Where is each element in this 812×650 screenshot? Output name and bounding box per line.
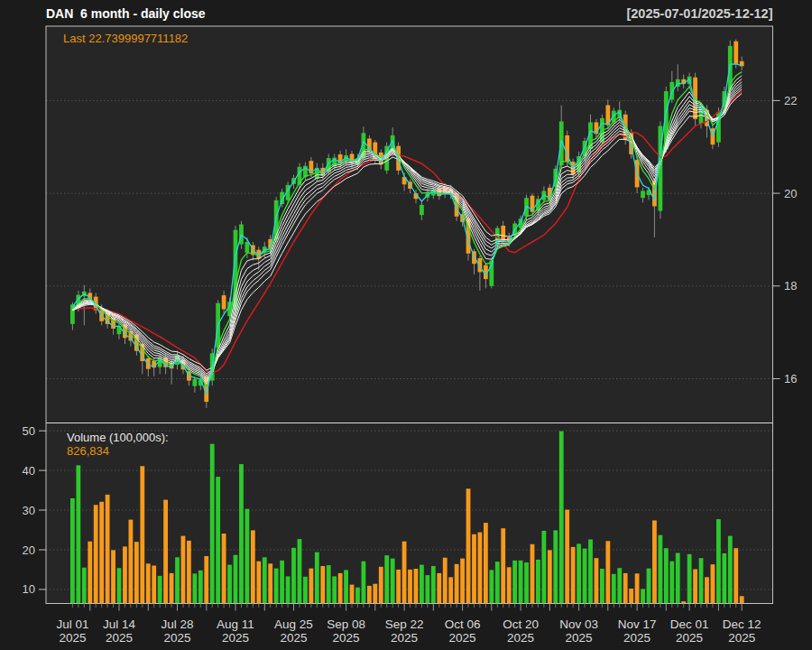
svg-text:Oct 20: Oct 20 [503,618,539,631]
svg-text:2025: 2025 [106,631,133,645]
svg-text:Last 22.7399997711182: Last 22.7399997711182 [63,32,188,45]
svg-text:Volume (100,000s):: Volume (100,000s): [67,431,169,444]
svg-text:[2025-07-01/2025-12-12]: [2025-07-01/2025-12-12] [626,6,772,21]
svg-text:Aug 25: Aug 25 [274,618,313,631]
svg-text:Jul 14: Jul 14 [103,618,136,631]
svg-text:Aug 11: Aug 11 [217,618,254,631]
svg-text:2025: 2025 [333,631,360,645]
svg-text:Dec 01: Dec 01 [670,618,709,631]
svg-text:Oct 06: Oct 06 [445,618,481,631]
svg-text:DAN 6 month - daily close: DAN 6 month - daily close [46,6,206,21]
svg-text:2025: 2025 [566,631,593,645]
svg-text:2025: 2025 [391,631,418,645]
svg-text:50: 50 [23,424,35,438]
svg-text:2025: 2025 [676,631,703,645]
svg-text:2025: 2025 [507,631,534,645]
svg-text:2025: 2025 [449,631,476,645]
svg-text:16: 16 [784,372,797,385]
svg-text:2025: 2025 [59,631,86,645]
svg-text:10: 10 [23,582,35,596]
svg-text:2025: 2025 [280,631,307,645]
svg-text:Sep 08: Sep 08 [327,618,365,631]
svg-text:22: 22 [784,94,797,107]
svg-text:20: 20 [784,187,797,200]
svg-text:30: 30 [23,504,35,517]
svg-text:Nov 17: Nov 17 [618,618,657,631]
svg-text:20: 20 [23,543,35,557]
svg-text:2025: 2025 [222,631,249,645]
svg-text:40: 40 [23,464,35,478]
svg-text:2025: 2025 [163,631,190,645]
svg-text:Jul 01: Jul 01 [56,618,88,631]
svg-text:18: 18 [784,279,797,292]
svg-text:826,834: 826,834 [67,444,109,458]
svg-text:Nov 03: Nov 03 [559,618,598,631]
svg-text:2025: 2025 [623,631,651,645]
svg-text:2025: 2025 [728,631,755,645]
svg-text:Sep 22: Sep 22 [385,618,424,631]
svg-text:Dec 12: Dec 12 [723,618,761,631]
svg-text:Jul 28: Jul 28 [161,618,193,631]
